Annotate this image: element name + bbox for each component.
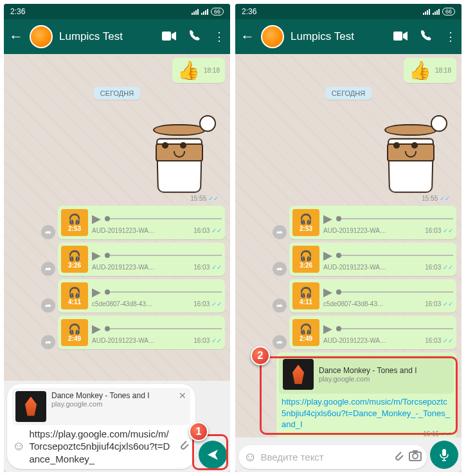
forward-icon[interactable]: ➦ xyxy=(41,262,55,276)
headphones-icon: 🎧4:11 xyxy=(292,282,319,309)
wifi-icon xyxy=(192,8,199,15)
link-url[interactable]: https://play.google.com/music/m/Torcsepo… xyxy=(279,394,454,430)
sticker-time: 15:55 ✓✓ xyxy=(15,195,219,202)
play-icon[interactable]: ▶ xyxy=(92,322,101,336)
play-icon[interactable]: ▶ xyxy=(323,212,332,226)
contact-avatar[interactable] xyxy=(30,25,53,48)
status-bar: 2:36 66 xyxy=(4,4,230,19)
svg-point-3 xyxy=(413,453,418,459)
forward-icon[interactable]: ➦ xyxy=(41,335,55,349)
message-thumbs-up[interactable]: 👍 18:18 xyxy=(404,58,456,83)
status-time: 2:36 xyxy=(10,7,25,16)
emoji-icon[interactable]: ☺ xyxy=(12,439,25,453)
play-icon[interactable]: ▶ xyxy=(92,212,101,226)
headphones-icon: 🎧2:53 xyxy=(61,209,88,236)
signal-icon xyxy=(201,8,208,15)
compose-box[interactable]: Dance Monkey - Tones and Iplay.google.co… xyxy=(7,384,195,470)
contact-name[interactable]: Lumpics Test xyxy=(291,30,387,43)
forward-icon[interactable]: ➦ xyxy=(273,225,287,239)
attach-icon[interactable] xyxy=(392,449,405,465)
preview-thumbnail xyxy=(283,359,314,390)
svg-rect-4 xyxy=(413,450,418,453)
audio-message[interactable]: 🎧4:11 ▶ c5de0807-43d8-43…16:03 ✓✓ xyxy=(58,279,225,313)
status-time: 2:36 xyxy=(242,7,256,16)
phone-right: 2:36 66 ← Lumpics Test ⋮ 👍 18:18 СЕГОДНЯ xyxy=(235,4,462,472)
send-button[interactable] xyxy=(199,441,227,469)
headphones-icon: 🎧4:11 xyxy=(61,282,88,309)
callout-badge-2: 2 xyxy=(251,346,270,365)
headphones-icon: 🎧2:49 xyxy=(61,319,88,346)
audio-message[interactable]: 🎧4:11 ▶ c5de0807-43d8-43…16:03 ✓✓ xyxy=(289,279,456,313)
audio-message[interactable]: 🎧3:26 ▶ AUD-20191223-WA…16:03 ✓✓ xyxy=(58,243,225,276)
headphones-icon: 🎧3:26 xyxy=(61,246,88,273)
date-separator: СЕГОДНЯ xyxy=(94,87,140,100)
message-time: 18:18 xyxy=(435,67,451,74)
svg-rect-0 xyxy=(162,32,171,41)
audio-message[interactable]: 🎧3:26 ▶ AUD-20191223-WA…16:03 ✓✓ xyxy=(289,243,456,276)
callout-badge-1: 1 xyxy=(189,422,208,441)
headphones-icon: 🎧2:53 xyxy=(292,209,319,236)
audio-message[interactable]: 🎧2:49 ▶ AUD-20191223-WA…16:03 ✓✓ xyxy=(58,316,225,349)
video-call-icon[interactable] xyxy=(393,30,408,44)
svg-rect-5 xyxy=(442,449,446,456)
back-arrow-icon[interactable]: ← xyxy=(9,28,23,45)
play-icon[interactable]: ▶ xyxy=(323,248,332,262)
date-separator: СЕГОДНЯ xyxy=(325,87,372,100)
play-icon[interactable]: ▶ xyxy=(92,285,101,299)
forward-icon[interactable]: ➦ xyxy=(41,298,55,313)
chat-header: ← Lumpics Test ⋮ xyxy=(4,19,230,54)
sticker-time: 15:55 ✓✓ xyxy=(247,195,450,202)
forward-icon[interactable]: ➦ xyxy=(273,335,287,349)
contact-avatar[interactable] xyxy=(261,25,284,48)
compose-text[interactable]: https://play.google.com/music/m/Torcsepo… xyxy=(29,428,174,466)
status-bar: 2:36 66 xyxy=(235,4,462,19)
compose-box[interactable]: ☺ Введите текст xyxy=(238,445,427,469)
message-time: 18:18 xyxy=(204,67,220,74)
mic-button[interactable] xyxy=(430,441,458,469)
input-area: ☺ Введите текст xyxy=(235,437,462,472)
battery-indicator: 66 xyxy=(211,8,224,15)
more-menu-icon[interactable]: ⋮ xyxy=(445,30,456,44)
voice-call-icon[interactable] xyxy=(189,30,201,44)
audio-message[interactable]: 🎧2:49 ▶ AUD-20191223-WA…16:03 ✓✓ xyxy=(289,316,456,349)
contact-name[interactable]: Lumpics Test xyxy=(59,30,156,43)
close-preview-icon[interactable]: ✕ xyxy=(179,390,186,401)
forward-icon[interactable]: ➦ xyxy=(41,225,55,239)
battery-indicator: 66 xyxy=(442,8,455,15)
more-menu-icon[interactable]: ⋮ xyxy=(213,30,225,44)
coffee-cup-sticker[interactable] xyxy=(375,104,453,194)
voice-call-icon[interactable] xyxy=(420,30,432,44)
camera-icon[interactable] xyxy=(409,450,422,464)
compose-placeholder[interactable]: Введите текст xyxy=(260,451,388,464)
video-call-icon[interactable] xyxy=(162,30,176,44)
audio-message[interactable]: 🎧2:53 ▶ AUD-20191223-WA…16:03 ✓✓ xyxy=(289,206,456,239)
signal-icon xyxy=(433,8,440,15)
coffee-cup-sticker[interactable] xyxy=(144,104,221,194)
audio-message[interactable]: 🎧2:53 ▶ AUD-20191223-WA…16:03 ✓✓ xyxy=(58,206,225,239)
chat-body[interactable]: 👍 18:18 СЕГОДНЯ 15:55 ✓✓ ➦ 🎧2:53 ▶ AUD-2… xyxy=(235,54,462,437)
play-icon[interactable]: ▶ xyxy=(323,285,332,299)
link-message[interactable]: Dance Monkey - Tones and Iplay.google.co… xyxy=(276,352,456,437)
message-time: 16:15 ✓✓ xyxy=(279,430,454,437)
thumbs-up-icon: 👍 xyxy=(409,60,431,81)
headphones-icon: 🎧3:26 xyxy=(292,246,319,273)
message-thumbs-up[interactable]: 👍 18:18 xyxy=(172,58,225,83)
back-arrow-icon[interactable]: ← xyxy=(240,28,255,45)
link-preview-compose: Dance Monkey - Tones and Iplay.google.co… xyxy=(12,388,190,425)
thumbs-up-icon: 👍 xyxy=(177,60,200,81)
emoji-icon[interactable]: ☺ xyxy=(244,450,256,464)
play-icon[interactable]: ▶ xyxy=(323,322,332,336)
forward-icon[interactable]: ➦ xyxy=(273,262,287,276)
phone-left: 2:36 66 ← Lumpics Test ⋮ 👍 18:18 СЕГОДНЯ xyxy=(4,4,230,472)
svg-rect-1 xyxy=(393,32,402,41)
wifi-icon xyxy=(423,8,430,15)
play-icon[interactable]: ▶ xyxy=(92,248,101,262)
headphones-icon: 🎧2:49 xyxy=(292,319,319,346)
link-preview[interactable]: Dance Monkey - Tones and Iplay.google.co… xyxy=(279,355,454,394)
chat-body[interactable]: 👍 18:18 СЕГОДНЯ 15:55 ✓✓ ➦ 🎧2:53 ▶ AUD-2… xyxy=(4,54,230,381)
attach-icon[interactable] xyxy=(177,438,190,454)
chat-header: ← Lumpics Test ⋮ xyxy=(235,19,462,54)
forward-icon[interactable]: ➦ xyxy=(273,298,287,313)
preview-thumbnail xyxy=(15,391,46,422)
